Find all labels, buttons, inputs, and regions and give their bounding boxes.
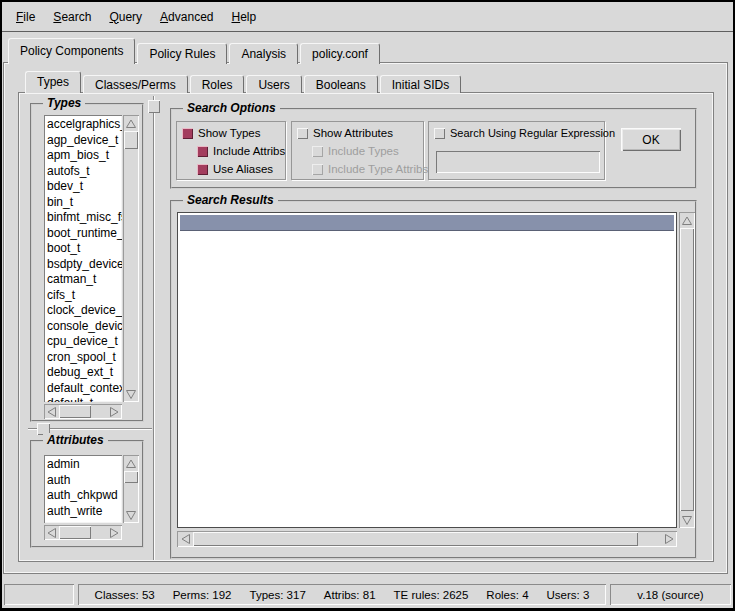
main-vsash[interactable]: [153, 96, 155, 560]
results-vscrollbar[interactable]: [679, 212, 695, 528]
include-types-checkbox[interactable]: Include Types: [312, 145, 399, 157]
ok-button[interactable]: OK: [621, 128, 681, 151]
regex-checkbox[interactable]: Search Using Regular Expression: [434, 127, 615, 139]
scroll-down-icon[interactable]: [680, 513, 694, 527]
tab-initial-sids[interactable]: Initial SIDs: [380, 75, 461, 93]
scrollbar-thumb[interactable]: [680, 228, 694, 511]
scroll-up-icon[interactable]: [680, 213, 694, 227]
types-group-label: Types: [43, 96, 85, 110]
attributes-hscrollbar[interactable]: [44, 525, 122, 540]
use-aliases-checkbox[interactable]: Use Aliases: [197, 163, 273, 175]
tab-analysis[interactable]: Analysis: [229, 43, 298, 64]
tab-classes-perms[interactable]: Classes/Perms: [83, 75, 188, 93]
tab-booleans[interactable]: Booleans: [304, 75, 378, 93]
main-tab-bar: Policy Components Policy Rules Analysis …: [8, 38, 382, 64]
search-options-label: Search Options: [183, 101, 280, 115]
show-attributes-box: Show Attributes Include Types Include Ty…: [291, 121, 424, 180]
scrollbar-thumb[interactable]: [59, 405, 91, 418]
search-results-label: Search Results: [183, 193, 278, 207]
status-stat: Perms: 192: [173, 589, 232, 601]
tab-types[interactable]: Types: [25, 71, 81, 93]
type-list-item[interactable]: cifs_t: [47, 288, 122, 304]
scroll-up-icon[interactable]: [124, 116, 138, 130]
status-stats-box: Classes: 53Perms: 192Types: 317Attribs: …: [78, 584, 606, 605]
checkbox-label: Include Type Attribs: [328, 163, 428, 175]
type-list-item[interactable]: accelgraphics_e: [47, 117, 122, 133]
scroll-down-icon[interactable]: [124, 387, 138, 401]
status-stat: Attribs: 81: [324, 589, 376, 601]
type-list-item[interactable]: bdev_t: [47, 179, 122, 195]
tab-users[interactable]: Users: [246, 75, 301, 93]
types-hscrollbar[interactable]: [44, 404, 122, 419]
scrollbar-thumb[interactable]: [124, 471, 138, 483]
checkbox-label: Show Attributes: [313, 127, 393, 139]
type-list-item[interactable]: autofs_t: [47, 164, 122, 180]
type-list-item[interactable]: default_t: [47, 396, 122, 402]
scroll-left-icon[interactable]: [45, 526, 58, 539]
menu-query[interactable]: Query: [100, 6, 151, 28]
checkbox-icon: [297, 128, 308, 139]
menu-help[interactable]: Help: [222, 6, 265, 28]
scrollbar-thumb[interactable]: [59, 526, 91, 539]
status-stat: TE rules: 2625: [394, 589, 469, 601]
results-hscrollbar[interactable]: [177, 531, 677, 547]
attributes-vscrollbar[interactable]: [123, 455, 139, 523]
scroll-left-icon[interactable]: [45, 405, 58, 418]
types-listbox[interactable]: accelgraphics_eagp_device_tapm_bios_taut…: [44, 115, 122, 402]
tab-policy-rules[interactable]: Policy Rules: [137, 43, 227, 64]
scroll-up-icon[interactable]: [124, 456, 138, 470]
type-list-item[interactable]: boot_runtime_t: [47, 226, 122, 242]
scroll-right-icon[interactable]: [662, 532, 676, 546]
type-list-item[interactable]: bsdpty_device_: [47, 257, 122, 273]
show-types-box: Show Types Include Attribs Use Aliases: [176, 121, 286, 180]
scrollbar-thumb[interactable]: [193, 532, 638, 546]
include-type-attribs-checkbox[interactable]: Include Type Attribs: [312, 163, 428, 175]
tab-policy-conf[interactable]: policy.conf: [300, 43, 380, 64]
search-results-textarea[interactable]: [177, 212, 677, 528]
type-list-item[interactable]: default_context: [47, 381, 122, 397]
policy-version-label: v.18 (source): [637, 589, 703, 601]
type-list-item[interactable]: console_device_: [47, 319, 122, 335]
tab-roles[interactable]: Roles: [190, 75, 245, 93]
type-list-item[interactable]: cpu_device_t: [47, 334, 122, 350]
type-list-item[interactable]: cron_spool_t: [47, 350, 122, 366]
attribute-list-item[interactable]: admin: [47, 457, 122, 473]
menu-bar: File Search Query Advanced Help: [2, 2, 733, 32]
include-attribs-checkbox[interactable]: Include Attribs: [197, 145, 285, 157]
menu-advanced[interactable]: Advanced: [151, 6, 222, 28]
scroll-right-icon[interactable]: [108, 526, 121, 539]
show-attributes-checkbox[interactable]: Show Attributes: [297, 127, 393, 139]
attributes-group-label: Attributes: [43, 433, 108, 447]
checkbox-label: Show Types: [198, 127, 260, 139]
attribute-list-item[interactable]: auth_chkpwd: [47, 488, 122, 504]
type-list-item[interactable]: binfmt_misc_fs: [47, 210, 122, 226]
checkbox-icon: [312, 164, 323, 175]
menu-file[interactable]: File: [7, 6, 44, 28]
vsash-handle[interactable]: [148, 100, 160, 113]
checkbox-label: Search Using Regular Expression: [450, 127, 615, 139]
show-types-checkbox[interactable]: Show Types: [182, 127, 260, 139]
type-list-item[interactable]: debug_ext_t: [47, 365, 122, 381]
scroll-down-icon[interactable]: [124, 508, 138, 522]
checkbox-icon: [182, 128, 193, 139]
attribute-list-item[interactable]: auth: [47, 473, 122, 489]
status-stat: Classes: 53: [95, 589, 155, 601]
checkbox-label: Use Aliases: [213, 163, 273, 175]
type-list-item[interactable]: agp_device_t: [47, 133, 122, 149]
type-list-item[interactable]: apm_bios_t: [47, 148, 122, 164]
scroll-left-icon[interactable]: [178, 532, 192, 546]
tab-policy-components[interactable]: Policy Components: [8, 38, 135, 64]
checkbox-label: Include Attribs: [213, 145, 285, 157]
type-list-item[interactable]: clock_device_t: [47, 303, 122, 319]
type-list-item[interactable]: boot_t: [47, 241, 122, 257]
selected-result-row[interactable]: [180, 215, 674, 231]
type-list-item[interactable]: bin_t: [47, 195, 122, 211]
type-list-item[interactable]: catman_t: [47, 272, 122, 288]
types-vscrollbar[interactable]: [123, 115, 139, 402]
scrollbar-thumb[interactable]: [124, 131, 138, 149]
menu-search[interactable]: Search: [44, 6, 100, 28]
attribute-list-item[interactable]: auth_write: [47, 504, 122, 520]
scroll-right-icon[interactable]: [108, 405, 121, 418]
regex-input[interactable]: [436, 151, 600, 173]
attributes-listbox[interactable]: adminauthauth_chkpwdauth_write: [44, 455, 122, 523]
